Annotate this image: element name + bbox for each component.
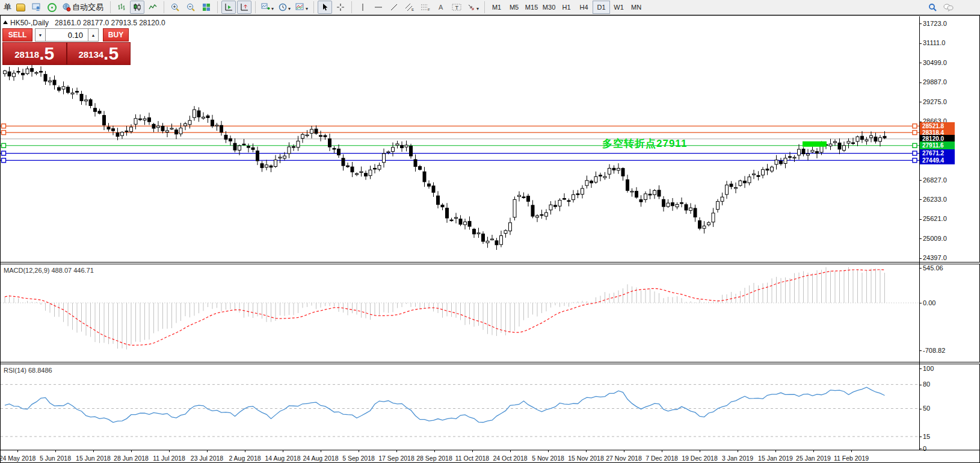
clock-icon (279, 3, 287, 11)
chat-icon (943, 3, 954, 11)
text-label-button[interactable]: T (449, 1, 464, 14)
templates-button[interactable] (294, 1, 310, 14)
date-label: 27 Nov 2018 (606, 455, 642, 462)
order-book-button[interactable] (13, 1, 28, 14)
timeframe-button-W1[interactable]: W1 (610, 1, 627, 14)
timeframe-button-M5[interactable]: M5 (505, 1, 523, 14)
zoom-out-button[interactable] (183, 1, 198, 14)
axis-tick (919, 368, 922, 369)
axis-tick (919, 23, 922, 24)
axis-tick (919, 63, 922, 63)
axis-tick (919, 350, 922, 351)
periods-button[interactable] (277, 1, 292, 14)
axis-tick (919, 258, 922, 259)
sell-price-display[interactable]: 28118 .5 (3, 43, 67, 64)
date-tick (662, 450, 662, 452)
order-label[interactable]: 单 (4, 2, 11, 13)
line-chart-icon (149, 3, 157, 11)
candlestick-chart-button[interactable] (130, 1, 144, 14)
bar-chart-button[interactable] (114, 1, 129, 14)
cursor-button[interactable] (318, 1, 332, 14)
price-axis-line (919, 16, 920, 450)
date-tick (17, 450, 18, 452)
horizontal-line-icon (374, 4, 383, 11)
pivot-annotation[interactable]: 多空转折点27911 (602, 137, 687, 151)
axis-tick-label: 31111.0 (923, 39, 945, 46)
date-label: 28 Jun 2018 (114, 455, 149, 462)
axis-tick-label: 24397.0 (923, 254, 947, 261)
timeframe-button-M30[interactable]: M30 (540, 1, 558, 14)
horizontal-line-button[interactable] (371, 1, 386, 14)
arrows-icon (467, 3, 475, 11)
axis-tick (919, 409, 922, 409)
chat-button[interactable] (941, 1, 955, 14)
date-label: 24 Aug 2018 (303, 455, 339, 462)
date-label: 3 Jan 2019 (722, 455, 753, 462)
date-label: 5 Sep 2018 (342, 455, 375, 462)
macd-pane[interactable] (1, 264, 919, 362)
date-label: 17 Sep 2018 (378, 455, 414, 462)
auto-trading-icon (62, 3, 71, 11)
chevron-down-icon (304, 2, 308, 13)
timeframe-button-M15[interactable]: M15 (523, 1, 540, 14)
add-indicator-button[interactable] (259, 1, 276, 14)
one-click-trading-panel: SELL ▼ ▲ BUY 28118 .5 28134 .5 (2, 28, 131, 65)
fibonacci-button[interactable]: F (418, 1, 433, 14)
date-label: 24 Oct 2018 (493, 455, 527, 462)
buy-price-display[interactable]: 28134 .5 (67, 43, 131, 64)
axis-tick-label: 26233.0 (923, 196, 947, 203)
auto-scroll-icon (224, 3, 233, 11)
date-tick (93, 450, 94, 452)
toolbar-separator (484, 1, 485, 13)
text-button[interactable]: A (434, 1, 448, 14)
rsi-pane[interactable] (1, 364, 919, 450)
crosshair-button[interactable] (333, 1, 348, 14)
signals-button[interactable] (45, 1, 59, 14)
price-pane[interactable] (1, 16, 919, 262)
timeframe-button-D1[interactable]: D1 (593, 1, 610, 14)
ohlc-bars-icon (117, 3, 126, 11)
date-label: 15 Nov 2018 (568, 455, 604, 462)
search-button[interactable] (925, 1, 940, 14)
buy-button[interactable]: BUY (103, 28, 129, 42)
order-book-icon (16, 4, 25, 11)
auto-scroll-button[interactable] (221, 1, 236, 14)
add-indicator-icon (261, 3, 270, 11)
auto-trading-button[interactable]: 自动交易 (60, 1, 106, 14)
buy-price-frac: .5 (103, 45, 119, 63)
arrows-button[interactable] (465, 1, 481, 14)
line-chart-button[interactable] (146, 1, 160, 14)
axis-tick-label: 25621.0 (923, 215, 947, 222)
cursor-icon (321, 3, 328, 11)
date-label: 19 Dec 2018 (682, 455, 718, 462)
zoom-in-button[interactable] (168, 1, 182, 14)
volume-decrease-button[interactable]: ▼ (35, 28, 46, 42)
accounts-button[interactable] (29, 1, 43, 14)
tile-windows-icon (202, 3, 211, 11)
date-tick (624, 450, 624, 452)
trendline-button[interactable] (387, 1, 401, 14)
tile-windows-button[interactable] (199, 1, 214, 14)
timeframe-button-H4[interactable]: H4 (575, 1, 593, 14)
timeframe-button-H1[interactable]: H1 (558, 1, 575, 14)
axis-tick (919, 238, 922, 239)
sell-button[interactable]: SELL (2, 28, 32, 42)
date-label: 15 Jan 2019 (758, 455, 793, 462)
date-label: 24 May 2018 (0, 455, 35, 462)
chart-shift-button[interactable] (237, 1, 251, 14)
vertical-line-button[interactable] (356, 1, 370, 14)
axis-tick (919, 268, 922, 269)
trendline-icon (390, 3, 398, 11)
date-tick (321, 450, 321, 452)
volume-increase-button[interactable]: ▲ (88, 28, 99, 42)
date-tick (851, 450, 852, 452)
axis-tick (919, 303, 922, 303)
svg-text:T: T (455, 5, 459, 11)
signal-icon (48, 3, 57, 12)
equidistant-channel-button[interactable]: E (402, 1, 417, 14)
timeframe-button-M1[interactable]: M1 (488, 1, 505, 14)
volume-input[interactable] (46, 28, 88, 42)
sell-price-frac: .5 (39, 45, 54, 63)
date-label: 11 Feb 2019 (834, 455, 869, 462)
timeframe-button-MN[interactable]: MN (627, 1, 645, 14)
